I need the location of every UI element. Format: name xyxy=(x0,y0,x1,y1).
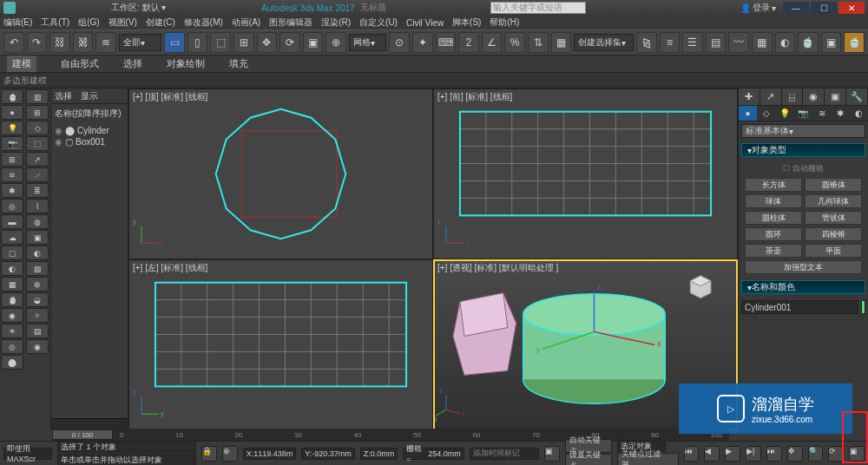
lt-sys-icon[interactable]: ✱ xyxy=(1,183,23,198)
time-slider[interactable]: 0 / 100 0102030405060708090100 xyxy=(52,429,729,441)
menu-civil[interactable]: Civil View xyxy=(406,18,444,28)
lt-sun-icon[interactable]: ☀ xyxy=(1,324,23,338)
edit-sets-button[interactable]: ▦ xyxy=(551,32,572,53)
sub-helpers-icon[interactable]: ≋ xyxy=(812,106,831,121)
lt-r12-icon[interactable]: ▨ xyxy=(26,261,49,276)
lt-helper-icon[interactable]: ⊞ xyxy=(1,152,23,167)
cmd-tab-create[interactable]: ✚ xyxy=(739,88,760,105)
lt-r17-icon[interactable]: ◉ xyxy=(26,339,49,354)
lt-sphere-icon[interactable]: ● xyxy=(1,105,23,120)
lt-k1-icon[interactable]: ◎ xyxy=(1,199,23,213)
spinner-snap-button[interactable]: ⇅ xyxy=(528,32,549,53)
viewport-top[interactable]: [+] [顶] [标准] [线框] y x xyxy=(129,89,432,259)
lt-k7-icon[interactable]: 🍵 xyxy=(1,292,23,307)
sub-space-icon[interactable]: ✱ xyxy=(831,106,849,121)
sub-cameras-icon[interactable]: 📷 xyxy=(794,106,812,121)
btn-tube[interactable]: 管状体 xyxy=(805,211,862,225)
lt-r6-icon[interactable]: ⟋ xyxy=(26,167,49,182)
sub-systems-icon[interactable]: ◐ xyxy=(850,106,868,121)
lt-teapot-icon[interactable]: 🍵 xyxy=(1,89,23,104)
ribbon-selection[interactable]: 选择 xyxy=(123,57,142,70)
move-button[interactable]: ✥ xyxy=(257,32,278,53)
lt-r16-icon[interactable]: ▤ xyxy=(26,324,49,338)
lt-r14-icon[interactable]: ◒ xyxy=(26,292,49,307)
selection-filter[interactable]: 全部 ▾ xyxy=(119,34,161,51)
sub-geometry-icon[interactable]: ● xyxy=(739,106,757,121)
lt-k6-icon[interactable]: ▦ xyxy=(1,277,23,291)
category-dropdown[interactable]: 标准基本体 ▾ xyxy=(741,124,865,138)
unlink-button[interactable]: ⛓̸ xyxy=(73,32,94,53)
lt-k3-icon[interactable]: ☁ xyxy=(1,230,23,245)
nav-zoom-icon[interactable]: 🔍 xyxy=(808,446,824,462)
lt-r10-icon[interactable]: ▣ xyxy=(26,230,49,245)
menu-modifiers[interactable]: 修改器(M) xyxy=(184,16,223,29)
workspace-value[interactable]: 默认 xyxy=(142,3,160,12)
app-menu-icon[interactable] xyxy=(3,2,16,14)
btn-pyramid[interactable]: 四棱锥 xyxy=(805,227,862,241)
lt-r1-icon[interactable]: ▥ xyxy=(26,89,49,104)
redo-button[interactable]: ↷ xyxy=(27,32,48,53)
lt-k5-icon[interactable]: ◐ xyxy=(1,261,23,276)
scale-button[interactable]: ▣ xyxy=(303,32,324,53)
visibility-icon[interactable]: ◉ xyxy=(55,126,62,135)
scene-tab-display[interactable]: 显示 xyxy=(81,90,98,102)
close-button[interactable]: ✕ xyxy=(838,2,865,14)
rollout-name-color[interactable]: ▾ 名称和颜色 xyxy=(741,280,865,294)
scene-tab-select[interactable]: 选择 xyxy=(55,90,72,102)
percent-snap-button[interactable]: % xyxy=(504,32,525,53)
lt-space-icon[interactable]: ≋ xyxy=(1,167,23,182)
lt-k9-icon[interactable]: ◎ xyxy=(1,339,23,354)
window-crossing-icon[interactable]: ⊞ xyxy=(233,32,254,53)
scene-item-cylinder[interactable]: ◉⬤Cylinder xyxy=(55,125,124,136)
ribbon-modeling[interactable]: 建模 xyxy=(7,56,36,72)
play-button-icon[interactable]: ▶ xyxy=(725,446,740,462)
menu-group[interactable]: 组(G) xyxy=(78,16,99,29)
viewport-left[interactable]: [+] [左] [标准] [线框] z y xyxy=(129,260,432,429)
cmd-tab-hierarchy[interactable]: ⌸ xyxy=(782,88,804,105)
box-object[interactable] xyxy=(453,293,516,376)
lt-r3-icon[interactable]: ◇ xyxy=(26,121,49,135)
key-filter-button[interactable]: 关键点过滤器... xyxy=(617,453,679,465)
lt-r2-icon[interactable]: ⊞ xyxy=(26,105,49,120)
keyboard-shortcut-icon[interactable]: ⌨ xyxy=(436,32,457,53)
viewport-front-label[interactable]: [+] [前] [标准] [线框] xyxy=(437,91,512,103)
lt-k8-icon[interactable]: ◉ xyxy=(1,308,23,323)
bind-button[interactable]: ≋ xyxy=(95,32,116,53)
material-editor-button[interactable]: ◐ xyxy=(775,32,796,53)
btn-box[interactable]: 长方体 xyxy=(745,178,802,192)
undo-button[interactable]: ↶ xyxy=(3,32,24,53)
sub-lights-icon[interactable]: 💡 xyxy=(776,106,794,121)
lt-r11-icon[interactable]: ◐ xyxy=(26,246,49,260)
menu-render[interactable]: 渲染(R) xyxy=(321,16,351,29)
btn-teapot[interactable]: 茶壶 xyxy=(745,244,802,258)
lt-r8-icon[interactable]: ⌇ xyxy=(26,199,49,213)
btn-cone[interactable]: 圆锥体 xyxy=(805,178,862,192)
btn-geosphere[interactable]: 几何球体 xyxy=(805,194,862,208)
manip-button[interactable]: ✦ xyxy=(412,32,433,53)
pivot-button[interactable]: ⊙ xyxy=(389,32,410,53)
btn-textplus[interactable]: 加强型文本 xyxy=(745,260,862,274)
play-next-icon[interactable]: ▶| xyxy=(746,446,761,462)
viewport-top-label[interactable]: [+] [顶] [标准] [线框] xyxy=(133,91,207,103)
search-input[interactable]: 输入关键字或短语 xyxy=(490,2,586,14)
sub-shapes-icon[interactable]: ◇ xyxy=(757,106,775,121)
render-frame-button[interactable]: ▣ xyxy=(821,32,842,53)
play-end-icon[interactable]: ⏭ xyxy=(766,446,782,462)
viewport-left-label[interactable]: [+] [左] [标准] [线框] xyxy=(133,262,207,274)
btn-cylinder[interactable]: 圆柱体 xyxy=(745,211,802,225)
select-button[interactable]: ▭ xyxy=(164,32,185,53)
viewport-front[interactable]: [+] [前] [标准] [线框] z x xyxy=(434,89,737,259)
btn-plane[interactable]: 平面 xyxy=(805,244,862,258)
link-button[interactable]: ⛓ xyxy=(49,32,70,53)
nav-pan-icon[interactable]: ✥ xyxy=(787,446,803,462)
selection-set-dropdown[interactable]: 创建选择集 ▾ xyxy=(574,34,634,51)
rect-region-icon[interactable]: ⬚ xyxy=(210,32,231,53)
menu-tools[interactable]: 工具(T) xyxy=(41,16,69,29)
play-start-icon[interactable]: ⏮ xyxy=(684,446,700,462)
btn-sphere[interactable]: 球体 xyxy=(745,194,802,208)
setkey-button[interactable]: 设置关键点 xyxy=(565,454,612,465)
lt-light-icon[interactable]: 💡 xyxy=(1,121,23,135)
time-slider-thumb[interactable]: 0 / 100 xyxy=(52,429,113,440)
angle-snap-button[interactable]: ∠ xyxy=(482,32,503,53)
menu-custom[interactable]: 自定义(U) xyxy=(359,16,398,29)
